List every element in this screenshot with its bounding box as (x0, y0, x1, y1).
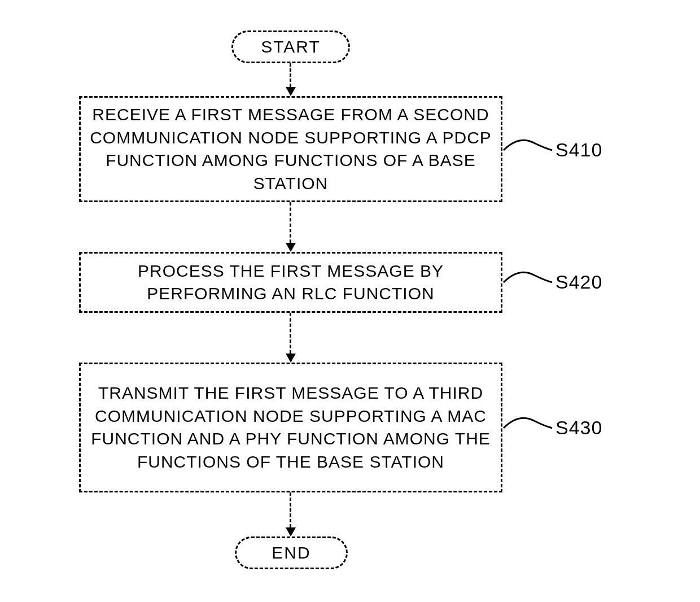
connector-s430-to-end (290, 492, 296, 536)
step-s430-text: TRANSMIT THE FIRST MESSAGE TO A THIRD CO… (86, 382, 495, 473)
step-s420-label: S420 (555, 271, 602, 293)
leader-s410 (502, 133, 553, 167)
connector-s410-to-s420 (290, 202, 296, 252)
connector-s420-to-s430 (290, 313, 296, 363)
step-s410-box: RECEIVE A FIRST MESSAGE FROM A SECOND CO… (79, 96, 502, 202)
step-s430-box: TRANSMIT THE FIRST MESSAGE TO A THIRD CO… (79, 363, 502, 492)
start-label: START (261, 37, 321, 56)
end-label: END (272, 543, 310, 562)
connector-start-to-s410 (290, 63, 296, 96)
flowchart-canvas: START RECEIVE A FIRST MESSAGE FROM A SEC… (0, 0, 700, 602)
step-s430-label: S430 (555, 417, 602, 439)
step-s410-label: S410 (555, 139, 602, 161)
step-s420-text: PROCESS THE FIRST MESSAGE BY PERFORMING … (86, 260, 495, 306)
leader-s430 (502, 411, 553, 445)
leader-s420 (502, 265, 553, 299)
end-terminator: END (235, 536, 348, 569)
start-terminator: START (231, 30, 350, 63)
step-s420-box: PROCESS THE FIRST MESSAGE BY PERFORMING … (79, 252, 502, 313)
step-s410-text: RECEIVE A FIRST MESSAGE FROM A SECOND CO… (86, 103, 495, 195)
